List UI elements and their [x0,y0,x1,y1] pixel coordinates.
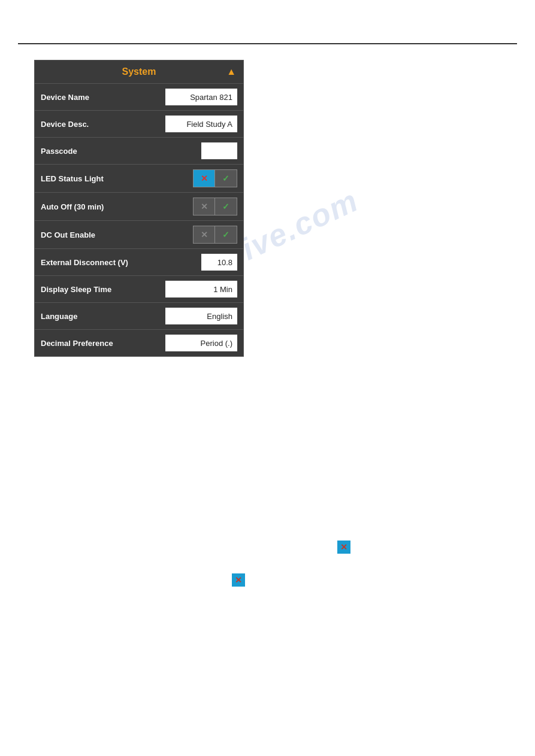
small-icon-2: ✕ [232,573,245,587]
ext-disconnect-row: External Disconnect (V) 10.8 [35,248,243,275]
panel-title: System [122,66,156,77]
device-desc-row: Device Desc. Field Study A [35,110,243,137]
auto-off-check-button[interactable]: ✓ [215,198,237,215]
passcode-row: Passcode [35,137,243,164]
device-name-label: Device Name [41,93,165,102]
device-name-value[interactable]: Spartan 821 [165,89,237,105]
top-divider [18,43,517,44]
ext-disconnect-label: External Disconnect (V) [41,258,201,267]
x-mark-icon-1: ✕ [337,541,350,554]
language-value[interactable]: English [165,308,237,324]
led-status-toggle: ✕ ✓ [193,169,237,187]
led-status-x-button[interactable]: ✕ [194,170,215,187]
passcode-value[interactable] [201,142,237,159]
auto-off-x-button[interactable]: ✕ [194,198,215,215]
led-status-check-button[interactable]: ✓ [215,170,237,187]
dc-out-toggle: ✕ ✓ [193,226,237,244]
auto-off-row: Auto Off (30 min) ✕ ✓ [35,192,243,220]
language-row: Language English [35,302,243,329]
system-panel: System ▲ Device Name Spartan 821 Device … [34,60,244,357]
ext-disconnect-value[interactable]: 10.8 [201,254,237,271]
panel-chevron-icon[interactable]: ▲ [226,66,236,77]
dc-out-row: DC Out Enable ✕ ✓ [35,220,243,248]
dc-out-label: DC Out Enable [41,230,193,239]
device-name-row: Device Name Spartan 821 [35,83,243,110]
device-desc-value[interactable]: Field Study A [165,116,237,132]
dc-out-x-button[interactable]: ✕ [194,226,215,243]
language-label: Language [41,312,165,321]
passcode-label: Passcode [41,147,201,156]
display-sleep-label: Display Sleep Time [41,285,165,294]
display-sleep-row: Display Sleep Time 1 Min [35,275,243,302]
decimal-pref-row: Decimal Preference Period (.) [35,329,243,356]
panel-header: System ▲ [35,60,243,83]
dc-out-check-button[interactable]: ✓ [215,226,237,243]
auto-off-toggle: ✕ ✓ [193,198,237,215]
decimal-pref-label: Decimal Preference [41,339,165,348]
display-sleep-value[interactable]: 1 Min [165,281,237,297]
device-desc-label: Device Desc. [41,120,165,129]
decimal-pref-value[interactable]: Period (.) [165,335,237,351]
auto-off-label: Auto Off (30 min) [41,202,193,211]
led-status-row: LED Status Light ✕ ✓ [35,164,243,192]
small-icon-1: ✕ [337,541,350,554]
led-status-label: LED Status Light [41,174,193,183]
x-mark-icon-2: ✕ [232,573,245,587]
